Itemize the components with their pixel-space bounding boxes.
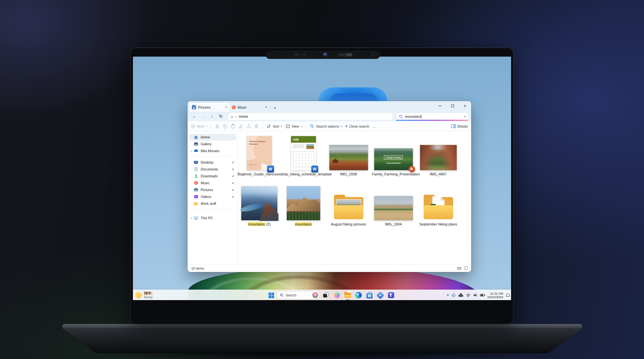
pictures-icon [193, 188, 198, 192]
sidebar-item-videos[interactable]: Videos [189, 193, 236, 200]
breadcrumb-chevron-icon[interactable]: › [235, 115, 237, 118]
search-input[interactable]: mountains × [396, 113, 469, 120]
chevron-right-icon[interactable]: › [189, 149, 193, 153]
tab-pictures-close-icon[interactable]: × [225, 105, 227, 109]
paste-icon[interactable] [230, 124, 235, 129]
file-item[interactable]: IMG_1938 [326, 132, 371, 181]
sidebar-item-gallery[interactable]: Gallery [189, 141, 236, 147]
file-item[interactable]: IMG_1904 [371, 182, 416, 231]
sidebar-item-home[interactable]: Home [189, 134, 236, 140]
word-doc-thumbnail: July W [291, 136, 316, 170]
maximize-button[interactable] [446, 101, 459, 111]
delete-icon[interactable] [254, 124, 259, 129]
details-button[interactable]: Details [451, 124, 468, 128]
downloads-icon [193, 174, 198, 179]
pictures-tab-icon [192, 105, 196, 109]
new-button[interactable]: New∨ [191, 124, 207, 129]
forward-button[interactable]: → [199, 113, 207, 120]
tab-music[interactable]: ♪ Music × [230, 103, 269, 112]
close-search-button[interactable]: × Close search [345, 124, 369, 129]
powerpoint-thumbnail: Family Farming P [374, 148, 413, 170]
cut-icon[interactable] [215, 124, 220, 129]
sidebar-item-desktop[interactable]: Desktop [189, 159, 236, 166]
more-options-button[interactable]: … [373, 124, 377, 129]
tray-chevron-icon[interactable]: ^ [447, 294, 449, 297]
minimize-button[interactable] [434, 101, 446, 111]
file-item[interactable]: IMG_4967 [416, 132, 461, 181]
refresh-button[interactable]: ↻ [217, 113, 225, 120]
file-item[interactable]: Family Farming P Family_Farming_Presenta… [371, 132, 416, 181]
share-icon[interactable] [246, 124, 251, 129]
details-view-icon[interactable] [457, 267, 461, 270]
file-label[interactable]: Family_Farming_Presentation [372, 172, 415, 176]
file-item[interactable]: mountains [281, 182, 326, 231]
volume-icon[interactable] [473, 293, 477, 297]
edge-button[interactable] [354, 291, 363, 299]
text-caret [421, 115, 421, 118]
back-button[interactable]: ← [190, 113, 198, 120]
file-label[interactable]: mountains (2) [248, 222, 270, 226]
pin-icon [231, 195, 235, 199]
wifi-icon[interactable] [466, 294, 470, 297]
tab-pictures[interactable]: Pictures × [190, 103, 230, 112]
start-button[interactable] [268, 293, 274, 298]
file-explorer-button[interactable] [343, 291, 352, 299]
widgets-button[interactable]: 78°F Sunny [136, 290, 153, 300]
new-tab-button[interactable]: + [274, 105, 276, 110]
file-item[interactable]: August hiking pictures [326, 182, 371, 231]
file-label[interactable]: mountains [295, 222, 312, 226]
file-item[interactable]: July W July_hiking_schedule_template [281, 132, 326, 181]
scene: Pictures × ♪ Music × + × [0, 0, 644, 359]
battery-icon[interactable] [480, 294, 485, 296]
file-item[interactable]: mountains (2) [237, 182, 282, 231]
close-button[interactable]: × [459, 101, 471, 111]
taskbar-search[interactable]: Search [276, 291, 320, 299]
file-label[interactable]: IMG_1904 [385, 222, 402, 226]
task-view-button[interactable] [322, 291, 330, 299]
file-label[interactable]: Beginner_Guide_Vancouver [238, 172, 281, 176]
photo-thumbnail [420, 145, 457, 170]
sidebar-item-music[interactable]: Music [189, 180, 236, 186]
folder-thumbnail: X [423, 195, 454, 220]
copy-icon[interactable] [223, 124, 228, 129]
clock[interactable]: 11:11 AM 10/22/2024 [487, 292, 503, 299]
tray-app-icon[interactable] [451, 293, 456, 297]
sidebar-item-downloads[interactable]: Downloads [189, 173, 236, 179]
word-badge: W [311, 166, 318, 172]
dev-app-button[interactable] [376, 291, 384, 299]
rename-icon[interactable] [238, 124, 243, 129]
camera-sensor-dot [278, 54, 279, 55]
new-icon [191, 124, 195, 129]
file-item[interactable]: X September hiking plans [416, 182, 461, 231]
up-button[interactable]: ↑ [208, 113, 216, 120]
file-label[interactable]: July_hiking_schedule_template [282, 172, 325, 176]
breadcrumb-home[interactable]: Home [239, 115, 248, 118]
window-controls: × [434, 101, 471, 111]
divider [191, 156, 234, 157]
file-label[interactable]: IMG_1938 [340, 172, 357, 176]
breadcrumb[interactable]: ⌂ › Home [228, 113, 393, 120]
chevron-right-icon[interactable]: › [189, 216, 193, 220]
file-label[interactable]: August hiking pictures [331, 222, 366, 226]
pin-icon [231, 188, 235, 192]
store-button[interactable] [365, 291, 374, 299]
onedrive-tray-icon[interactable] [458, 294, 463, 297]
sidebar-item-pictures[interactable]: Pictures [189, 187, 236, 193]
file-label[interactable]: September hiking plans [419, 222, 457, 226]
large-icons-view-icon[interactable] [465, 266, 468, 270]
sidebar-item-documents[interactable]: Documents [189, 166, 236, 172]
teams-button[interactable] [387, 291, 395, 299]
search-options-button[interactable]: Search options∨ [310, 124, 342, 129]
clear-search-icon[interactable]: × [464, 115, 466, 118]
sort-button[interactable]: Sort∨ [267, 124, 282, 129]
file-item[interactable]: Mount Seymour Itinerary Day Trip W Begin… [237, 132, 282, 181]
camera-mic-dot [360, 54, 361, 55]
view-button[interactable]: View∨ [285, 124, 303, 129]
tab-music-close-icon[interactable]: × [265, 105, 267, 109]
sidebar-item-this-pc[interactable]: › This PC [189, 215, 236, 221]
copilot-button[interactable] [333, 291, 341, 299]
sidebar-item-onedrive[interactable]: › Mila Moraes [189, 148, 236, 154]
file-label[interactable]: IMG_4967 [430, 172, 447, 176]
sidebar-item-work-stuff[interactable]: Work stuff [189, 200, 236, 207]
notifications-bell-icon[interactable] [506, 293, 510, 297]
